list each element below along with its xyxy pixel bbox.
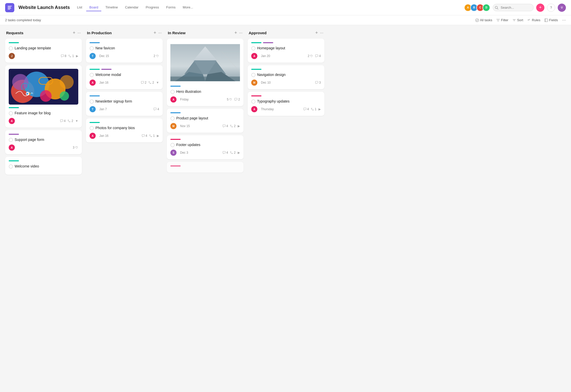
tab-forms[interactable]: Forms [163,4,179,11]
card-meta: 4 2 ▼ [60,119,78,123]
card-feature-image[interactable]: ◯ Feature image for blog A 4 2 ▼ [5,65,82,128]
tab-progress[interactable]: Progress [142,4,162,11]
check-icon: ◯ [90,126,94,130]
filter-label: Filter [501,18,508,22]
comment-count: 4 [303,107,309,111]
filter-button[interactable]: Filter [496,18,508,22]
card-meta: 2 2 ▼ [141,81,159,84]
arrow-right-icon: ▶ [157,134,159,138]
card-homepage-layout[interactable]: ◯ Homepage layout A Jan 20 2 4 [248,39,324,63]
card-meta: 2 4 [308,54,321,58]
card-support-page[interactable]: ◯ Support page form A 3 [5,130,82,154]
column-in-review-actions: + ··· [234,30,243,36]
branch-count: 2 [230,124,236,128]
card-product-page-footer: M Nov 15 4 2 ▶ [170,123,240,129]
rules-button[interactable]: Rules [527,18,540,22]
user-avatar[interactable]: U [558,4,566,12]
card-hero-footer: A Friday 5 2 [170,96,240,103]
add-card-review-button[interactable]: + [234,30,237,36]
branch-count: 1 [149,134,155,138]
card-date: Dec 10 [261,81,271,84]
column-review-menu-button[interactable]: ··· [239,31,243,35]
comment-count: 4 [153,107,159,111]
tag-blue [170,86,181,87]
card-typography-updates[interactable]: ◯ Typography updates A Thursday 4 1 ▶ [248,92,324,116]
tag-pink [251,95,261,96]
tab-calendar[interactable]: Calendar [122,4,142,11]
like-icon [310,54,313,58]
all-tasks-button[interactable]: All tasks [475,18,492,22]
fields-button[interactable]: Fields [544,18,558,22]
card-hero-illustration-title: ◯ Hero illustration [170,89,240,94]
toolbar-more-button[interactable]: ··· [562,17,566,23]
svg-rect-22 [29,93,30,94]
branch-count: 2 [68,119,73,123]
column-in-production: In Production + ··· ◯ New favicon T Dec … [86,30,163,145]
add-card-requests-button[interactable]: + [73,30,75,36]
add-card-production-button[interactable]: + [153,30,156,36]
svg-rect-3 [8,9,10,9]
avatar-4[interactable]: D [482,4,490,12]
card-photos-company[interactable]: ◯ Photos for company bios A Jan 16 4 1 ▶ [86,118,163,142]
card-landing-page[interactable]: ◯ Landing page template J 8 1 ▶ [5,39,82,63]
card-typography-footer: A Thursday 4 1 ▶ [251,106,321,112]
help-button[interactable]: ? [547,4,555,12]
add-button[interactable]: + [536,4,544,12]
card-landing-page-title: ◯ Landing page template [9,46,78,50]
tag-green [251,42,261,43]
card-welcome-modal[interactable]: ◯ Welcome modal A Jan 16 2 2 ▼ [86,65,163,89]
card-new-favicon[interactable]: ◯ New favicon T Dec 15 2 [86,39,163,63]
card-typography-updates-title: ◯ Typography updates [251,99,321,104]
column-requests-menu-button[interactable]: ··· [78,31,81,35]
check-icon: ◯ [170,89,175,94]
tab-list[interactable]: List [74,4,85,11]
check-icon: ◯ [9,46,13,50]
column-production-menu-button[interactable]: ··· [158,31,162,35]
svg-point-17 [40,90,51,102]
card-navigation-footer: M Dec 10 3 [251,80,321,86]
svg-point-40 [230,152,231,152]
card-partial-bottom[interactable] [167,162,244,173]
header: Website Launch Assets List Board Timelin… [0,0,571,15]
check-icon: ◯ [90,46,94,50]
card-avatar: M [251,80,257,86]
svg-rect-7 [545,19,548,22]
card-footer-updates[interactable]: ◯ Footer updates S Dec 3 4 2 ▶ [167,135,244,159]
sort-label: Sort [517,18,523,22]
card-meta: 4 1 ▶ [303,107,321,111]
column-approved-menu-button[interactable]: ··· [320,31,323,35]
card-product-page[interactable]: ◯ Product page layout M Nov 15 4 2 ▶ [167,109,244,133]
card-date: Jan 20 [261,54,270,58]
filter-icon [496,18,500,22]
card-avatar: S [170,150,177,156]
fields-label: Fields [549,18,558,22]
comment-count: 8 [61,54,67,58]
comment-icon [153,108,157,111]
tag-green [9,42,19,43]
tab-more[interactable]: More... [180,4,196,11]
comment-icon [315,54,318,58]
tab-board[interactable]: Board [86,4,101,11]
card-welcome-modal-title: ◯ Welcome modal [90,72,159,77]
card-landing-page-footer: J 8 1 ▶ [9,53,78,59]
card-meta: 5 2 [227,98,240,101]
comment-icon [223,125,226,128]
add-card-approved-button[interactable]: + [315,30,318,36]
card-navigation-design[interactable]: ◯ Navigation design M Dec 10 3 [248,65,324,89]
tab-timeline[interactable]: Timeline [102,4,121,11]
card-hero-illustration[interactable]: ◯ Hero illustration A Friday 5 2 [167,39,244,106]
search-input[interactable] [493,4,534,11]
circle-check-icon [475,18,479,22]
branch-count: 2 [230,151,236,154]
column-in-review-header: In Review + ··· [167,30,244,39]
card-date: Nov 15 [180,124,190,128]
card-meta: 3 [315,81,321,84]
branch-icon [311,108,314,111]
card-date: Dec 3 [180,151,188,154]
card-newsletter[interactable]: ◯ Newsletter signup form T Jan 7 4 [86,92,163,116]
tag-blue [90,95,100,96]
check-icon: ◯ [9,137,13,142]
sort-button[interactable]: Sort [512,18,523,22]
card-welcome-video[interactable]: ◯ Welcome video [5,157,82,175]
card-homepage-layout-title: ◯ Homepage layout [251,46,321,50]
